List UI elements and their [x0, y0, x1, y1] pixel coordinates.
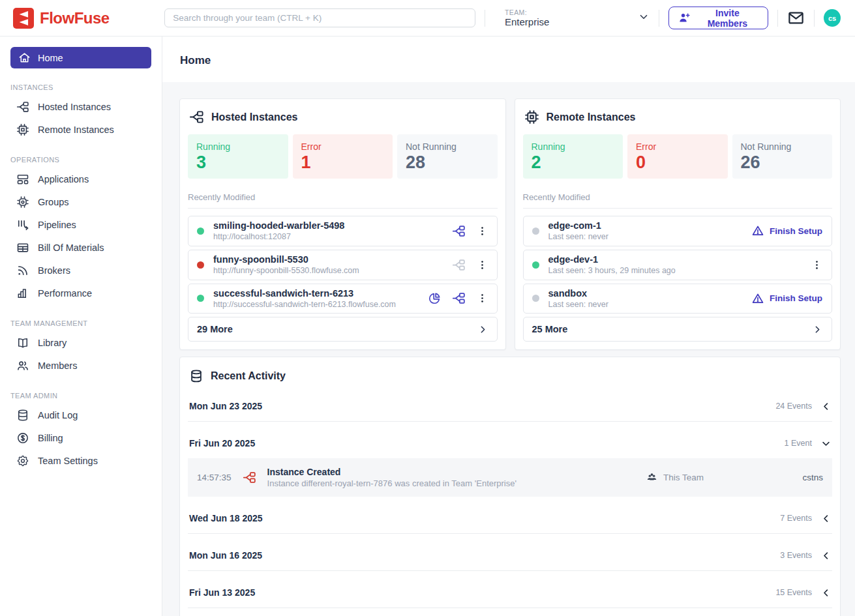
stat-value: 0 [636, 153, 719, 173]
status-dot-running [197, 227, 204, 235]
instance-last-seen: Last seen: 3 hours, 29 minutes ago [548, 266, 676, 276]
stat-error: Error 1 [293, 134, 393, 179]
open-editor-icon[interactable] [452, 291, 466, 305]
sidebar-item-label: Pipelines [38, 220, 76, 230]
sidebar-section-team-admin: TEAM ADMIN [10, 392, 151, 400]
performance-icon [16, 287, 29, 300]
hosted-more-row[interactable]: 29 More [188, 317, 498, 342]
hosted-instance-row[interactable]: successful-sandwich-tern-6213 http://suc… [188, 284, 498, 314]
user-plus-icon [678, 12, 691, 24]
instance-last-seen: Last seen: never [548, 232, 608, 242]
sidebar-item-performance[interactable]: Performance [0, 282, 162, 304]
chevron-left-icon [821, 588, 831, 598]
sidebar-item-pipelines[interactable]: Pipelines [0, 213, 162, 236]
hosted-instance-row[interactable]: funny-spoonbill-5530 http://funny-spoonb… [188, 250, 498, 280]
sidebar-item-team-settings[interactable]: Team Settings [0, 449, 162, 472]
sidebar-item-groups[interactable]: Groups [0, 190, 162, 213]
sidebar-item-home[interactable]: Home [10, 47, 151, 68]
stat-error: Error 0 [627, 134, 728, 179]
stat-label: Not Running [741, 141, 824, 152]
hosted-instance-row[interactable]: smiling-hooded-warbler-5498 http://local… [188, 216, 498, 246]
groups-icon [16, 196, 29, 209]
chevron-down-icon [821, 439, 831, 448]
sidebar-item-members[interactable]: Members [0, 354, 162, 377]
sidebar-item-billing[interactable]: Billing [0, 426, 162, 449]
remote-instance-row[interactable]: edge-com-1 Last seen: never Finish Setup [523, 216, 833, 246]
sidebar-item-audit-log[interactable]: Audit Log [0, 403, 162, 426]
gear-icon [16, 454, 29, 467]
team-selector[interactable]: TEAM: Enterprise [505, 8, 650, 27]
status-dot-running [197, 295, 204, 302]
activity-date: Fri Jun 20 2025 [189, 438, 255, 448]
finish-setup-button[interactable]: Finish Setup [751, 224, 822, 237]
card-title-text: Recent Activity [211, 370, 286, 382]
instance-name: sandbox [548, 287, 608, 299]
sidebar-item-label: Performance [38, 288, 92, 299]
page-title: Home [180, 54, 837, 67]
instance-url: http://localhost:12087 [213, 232, 344, 242]
open-editor-icon[interactable] [452, 224, 466, 238]
activity-group-header[interactable]: Wed Jun 18 2025 7 Events [188, 513, 832, 534]
app-window: FlowFuse TEAM: Enterprise Invite Members [0, 0, 855, 616]
event-description: Instance different-royal-tern-7876 was c… [267, 478, 517, 488]
avatar-initials: cs [828, 14, 836, 22]
pipelines-icon [16, 218, 29, 231]
event-scope: This Team [646, 471, 704, 484]
header-divider [485, 10, 485, 27]
library-icon [16, 336, 29, 349]
sidebar-item-brokers[interactable]: Brokers [0, 259, 162, 282]
stat-value: 26 [741, 153, 824, 173]
sidebar-item-library[interactable]: Library [0, 331, 162, 354]
header-divider [659, 10, 659, 27]
finish-setup-label: Finish Setup [770, 226, 822, 236]
sidebar-item-bill-of-materials[interactable]: Bill Of Materials [0, 236, 162, 259]
sidebar-item-label: Library [38, 338, 67, 348]
kebab-menu-icon[interactable] [477, 226, 488, 237]
invite-members-button[interactable]: Invite Members [668, 7, 768, 29]
events-count: 15 Events [775, 588, 812, 597]
stat-label: Error [636, 141, 719, 152]
sidebar-item-remote-instances[interactable]: Remote Instances [0, 118, 162, 141]
open-editor-icon-disabled [452, 258, 466, 272]
events-count: 24 Events [775, 402, 812, 411]
stat-value: 3 [196, 153, 280, 173]
sidebar-item-label: Remote Instances [38, 125, 114, 135]
remote-more-row[interactable]: 25 More [523, 317, 833, 342]
event-time: 14:57:35 [197, 473, 232, 482]
stat-value: 1 [301, 153, 385, 173]
flowfuse-logo[interactable]: FlowFuse [13, 8, 164, 29]
activity-group: Fri Jun 13 2025 15 Events [188, 587, 832, 608]
sidebar-item-hosted-instances[interactable]: Hosted Instances [0, 95, 162, 118]
card-title-text: Hosted Instances [211, 111, 297, 123]
team-name: Enterprise [505, 16, 549, 27]
instance-name: edge-com-1 [548, 220, 608, 231]
sidebar-section-team-management: TEAM MANAGEMENT [10, 319, 151, 327]
activity-group-header[interactable]: Mon Jun 16 2025 3 Events [188, 550, 832, 571]
remote-instance-row[interactable]: edge-dev-1 Last seen: 3 hours, 29 minute… [523, 250, 833, 280]
kebab-menu-icon[interactable] [477, 293, 488, 304]
open-dashboard-pie-icon[interactable] [428, 292, 441, 305]
kebab-menu-icon[interactable] [477, 259, 488, 271]
more-label: 25 More [532, 324, 568, 334]
sidebar-item-label: Team Settings [38, 456, 98, 466]
kebab-menu-icon[interactable] [811, 259, 822, 271]
events-count: 7 Events [780, 514, 812, 523]
events-count: 3 Events [780, 551, 812, 560]
finish-setup-button[interactable]: Finish Setup [751, 292, 822, 305]
user-avatar[interactable]: cs [824, 9, 841, 27]
stat-running: Running 3 [188, 134, 288, 179]
logo-text: FlowFuse [40, 9, 110, 27]
search-input[interactable] [164, 8, 475, 27]
instance-last-seen: Last seen: never [548, 300, 608, 310]
chevron-down-icon [638, 11, 650, 25]
sidebar-item-applications[interactable]: Applications [0, 168, 162, 190]
status-dot-stopped [532, 295, 539, 302]
activity-group-header[interactable]: Fri Jun 13 2025 15 Events [188, 587, 832, 608]
flowfuse-logo-icon [13, 8, 34, 29]
remote-instance-row[interactable]: sandbox Last seen: never Finish Setup [523, 284, 833, 314]
notifications-mail-button[interactable] [787, 9, 805, 27]
activity-group: Mon Jun 23 2025 24 Events [188, 401, 832, 422]
recently-modified-label: Recently Modified [523, 192, 833, 202]
activity-group-header[interactable]: Fri Jun 20 2025 1 Event [188, 438, 832, 458]
activity-group-header[interactable]: Mon Jun 23 2025 24 Events [188, 401, 832, 422]
